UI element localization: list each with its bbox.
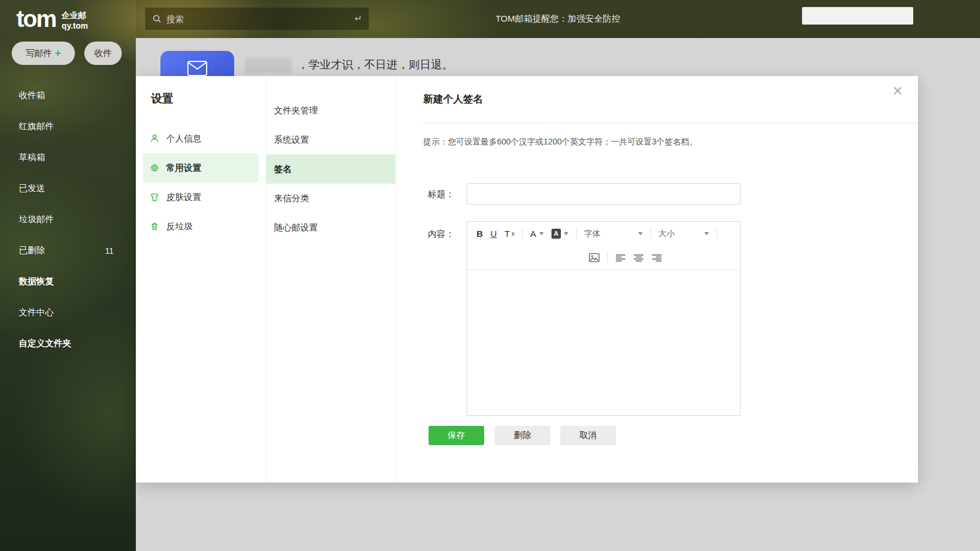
toolbar-separator xyxy=(650,229,651,239)
close-icon[interactable]: × xyxy=(892,82,903,99)
signature-panel: × 新建个人签名 提示：您可设置最多600个汉字或1200个英文字符；一共可设置… xyxy=(396,76,918,483)
settings-title: 设置 xyxy=(151,91,266,106)
sidebar-menu: 收件箱 红旗邮件 草稿箱 已发送 垃圾邮件 已删除 11 数据恢复 文件中心 自… xyxy=(0,80,136,359)
settings-nav-label: 反垃圾 xyxy=(166,221,193,232)
sidebar-item-label: 收件箱 xyxy=(19,90,45,101)
sidebar-item-inbox[interactable]: 收件箱 xyxy=(0,80,136,111)
chevron-down-icon xyxy=(564,232,568,235)
person-icon xyxy=(150,134,159,143)
cancel-button[interactable]: 取消 xyxy=(560,426,616,445)
sidebar-item-deleted[interactable]: 已删除 11 xyxy=(0,235,136,266)
toolbar-separator xyxy=(717,229,717,239)
panel-title: 新建个人签名 xyxy=(423,92,483,106)
toolbar-separator xyxy=(607,253,608,263)
receive-button[interactable]: 收件 xyxy=(84,42,122,65)
bg-color-a: A xyxy=(551,229,561,238)
settings-nav-personal-info[interactable]: 个人信息 xyxy=(143,124,259,153)
clear-format-t: T xyxy=(505,229,510,239)
brand-domain: qy.tom xyxy=(61,20,88,31)
account-info-redacted[interactable] xyxy=(802,7,913,25)
editor-toolbar: B U Tx A A 字体 大小 xyxy=(467,222,740,270)
sidebar-item-data-recovery[interactable]: 数据恢复 xyxy=(0,266,136,297)
plus-icon: + xyxy=(55,48,61,58)
envelope-icon xyxy=(187,61,207,76)
settings-nav-antispam[interactable]: 反垃圾 xyxy=(143,212,259,241)
title-divider xyxy=(423,123,918,123)
settings-subnav: 文件夹管理 系统设置 签名 来信分类 随心邮设置 xyxy=(266,76,396,483)
align-center-button[interactable] xyxy=(633,254,644,262)
topbar: TOM邮箱提醒您：加强安全防控 xyxy=(136,0,980,38)
sidebar-item-sent[interactable]: 已发送 xyxy=(0,173,136,204)
align-right-button[interactable] xyxy=(652,254,662,262)
sidebar-item-spam[interactable]: 垃圾邮件 xyxy=(0,204,136,235)
subnav-signature[interactable]: 签名 xyxy=(266,154,395,184)
content-field-label: 内容： xyxy=(428,229,454,240)
sidebar-item-drafts[interactable]: 草稿箱 xyxy=(0,142,136,173)
insert-image-button[interactable] xyxy=(589,253,599,262)
font-family-select[interactable]: 字体 xyxy=(584,229,643,239)
toolbar-row-2 xyxy=(467,246,740,270)
font-color-button[interactable]: A xyxy=(530,229,544,239)
deleted-count-badge: 11 xyxy=(105,246,114,256)
trash-icon xyxy=(150,222,159,231)
align-left-button[interactable] xyxy=(615,254,626,262)
signature-editor: B U Tx A A 字体 大小 xyxy=(467,221,741,416)
shirt-icon xyxy=(150,192,159,202)
sidebar-item-file-center[interactable]: 文件中心 xyxy=(0,297,136,328)
chevron-down-icon xyxy=(704,232,709,235)
sidebar-item-flagged[interactable]: 红旗邮件 xyxy=(0,111,136,142)
delete-button[interactable]: 删除 xyxy=(495,426,550,445)
title-field-label: 标题： xyxy=(428,189,454,200)
signature-title-input[interactable] xyxy=(467,183,741,205)
subnav-mail-classification[interactable]: 来信分类 xyxy=(266,184,395,213)
font-size-select[interactable]: 大小 xyxy=(659,229,709,239)
sidebar: tom 企业邮 qy.tom 写邮件 + 收件 收件箱 红旗邮件 草稿箱 已发送… xyxy=(0,0,136,551)
brand-sub: 企业邮 qy.tom xyxy=(61,10,88,31)
save-button[interactable]: 保存 xyxy=(429,426,484,445)
signature-hint: 提示：您可设置最多600个汉字或1200个英文字符；一共可设置3个签名档。 xyxy=(423,137,697,147)
clear-format-button[interactable]: Tx xyxy=(505,229,515,239)
compose-label: 写邮件 xyxy=(26,48,52,59)
settings-nav-label: 常用设置 xyxy=(166,163,201,174)
toolbar-row-1: B U Tx A A 字体 大小 xyxy=(467,222,740,246)
toolbar-separator xyxy=(576,229,577,239)
receive-label: 收件 xyxy=(94,48,112,59)
greeting-text: ，学业才识，不日进，则日退。 xyxy=(297,57,453,73)
username-redacted xyxy=(245,58,292,73)
gear-icon xyxy=(150,163,159,173)
settings-nav-common-settings[interactable]: 常用设置 xyxy=(143,153,259,182)
chevron-down-icon xyxy=(638,232,643,235)
settings-modal: 设置 个人信息 常用设置 皮肤设置 xyxy=(136,76,918,483)
compose-button[interactable]: 写邮件 + xyxy=(12,42,75,65)
toolbar-separator xyxy=(522,229,523,239)
sidebar-item-custom-folders[interactable]: 自定义文件夹 xyxy=(0,328,136,359)
sidebar-item-label: 垃圾邮件 xyxy=(19,214,54,225)
sidebar-item-label: 自定义文件夹 xyxy=(19,338,71,349)
underline-button[interactable]: U xyxy=(491,229,497,239)
settings-nav-label: 个人信息 xyxy=(166,133,201,144)
bg-color-button[interactable]: A xyxy=(551,229,568,238)
sidebar-item-label: 数据恢复 xyxy=(19,276,54,287)
sidebar-item-label: 文件中心 xyxy=(19,307,54,318)
sidebar-actions: 写邮件 + 收件 xyxy=(12,42,136,65)
settings-nav-skin-settings[interactable]: 皮肤设置 xyxy=(143,182,259,212)
settings-nav: 设置 个人信息 常用设置 皮肤设置 xyxy=(136,76,266,483)
sidebar-item-label: 红旗邮件 xyxy=(19,121,54,132)
brand-product: 企业邮 xyxy=(61,10,88,20)
font-size-label: 大小 xyxy=(659,229,675,239)
app-root: tom 企业邮 qy.tom 写邮件 + 收件 收件箱 红旗邮件 草稿箱 已发送… xyxy=(0,0,980,551)
brand-logo: tom xyxy=(16,7,56,30)
signature-content-input[interactable] xyxy=(467,270,740,415)
subnav-folder-management[interactable]: 文件夹管理 xyxy=(266,96,395,125)
subnav-system-settings[interactable]: 系统设置 xyxy=(266,125,395,154)
font-family-label: 字体 xyxy=(584,229,601,239)
sidebar-item-label: 已删除 xyxy=(19,245,45,256)
chevron-down-icon xyxy=(539,232,544,235)
sidebar-item-label: 草稿箱 xyxy=(19,152,45,163)
clear-format-x: x xyxy=(512,231,515,237)
settings-nav-label: 皮肤设置 xyxy=(166,192,201,203)
bold-button[interactable]: B xyxy=(477,229,483,239)
subnav-suixin-mail-settings[interactable]: 随心邮设置 xyxy=(266,213,395,242)
sidebar-item-label: 已发送 xyxy=(19,183,45,194)
font-color-a: A xyxy=(530,229,536,239)
